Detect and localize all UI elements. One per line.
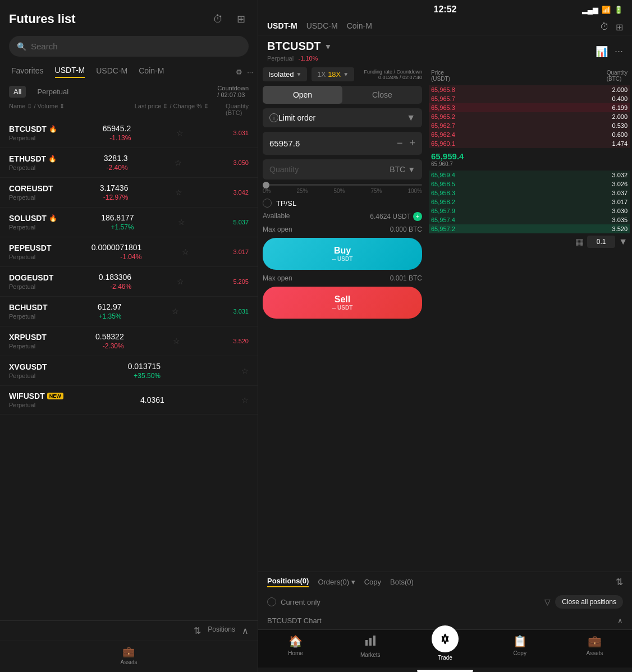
chart-icon[interactable]: 📊 (596, 45, 608, 58)
dropdown-arrow[interactable]: ▼ (324, 42, 332, 51)
tpsl-row[interactable]: TP/SL (263, 199, 422, 208)
star-icon[interactable]: ☆ (172, 307, 179, 316)
nav-trade[interactable]: Trade (407, 634, 482, 661)
tab-usdt-m[interactable]: USDT-M (55, 66, 85, 78)
close-tab[interactable]: Close (342, 86, 422, 104)
open-tab[interactable]: Open (263, 86, 342, 104)
slider-thumb[interactable] (263, 182, 269, 188)
qty-dropdown[interactable]: ▼ (407, 165, 415, 174)
clock-icon[interactable]: ⏱ (210, 11, 226, 27)
tpsl-checkbox[interactable] (263, 199, 272, 208)
trade-circle-button[interactable] (432, 625, 459, 652)
qty-input-small[interactable] (587, 236, 615, 248)
chevron-up-icon-chart[interactable]: ∧ (617, 616, 623, 625)
minus-button[interactable]: − (397, 137, 403, 149)
add-funds-button[interactable]: + (413, 212, 422, 221)
isolated-dropdown-arrow: ▼ (296, 71, 302, 77)
btm-tab-orders[interactable]: Orders(0) ▾ (318, 578, 355, 586)
qty-unit[interactable]: BTC ▼ (390, 165, 415, 174)
slider-labels: 0% 25% 50% 75% 100% (263, 188, 422, 194)
list-item[interactable]: XRPUSDT Perpetual 0.58322 -2.30% ☆ 3.520 (0, 326, 258, 356)
right-tab-usdc-m[interactable]: USDC-M (306, 21, 338, 33)
star-icon[interactable]: ☆ (182, 247, 189, 256)
transfer-icon-bottom[interactable]: ⇅ (616, 577, 623, 587)
right-tab-icons: ⏱ ⊞ (600, 22, 623, 33)
coin-list: BTCUSDT 🔥 Perpetual 65945.2 -1.13% ☆ 3.0… (0, 118, 258, 620)
order-type-dropdown[interactable]: ▼ (406, 113, 415, 123)
close-all-positions-button[interactable]: Close all positions (555, 595, 623, 609)
qty-dropdown-icon[interactable]: ▼ (619, 237, 628, 247)
plus-button[interactable]: + (409, 137, 415, 149)
list-item[interactable]: XVGUSDT Perpetual 0.013715 +35.50% ☆ (0, 356, 258, 386)
quantity-input[interactable]: Quantity BTC ▼ (263, 159, 422, 179)
list-item[interactable]: COREUSDT Perpetual 3.17436 -12.97% ☆ 3.0… (0, 178, 258, 208)
positions-text[interactable]: Positions (208, 625, 235, 636)
grid-layout-icon[interactable]: ▦ (575, 237, 584, 247)
sell-button[interactable]: Sell -- USDT (263, 287, 422, 319)
nav-assets[interactable]: 💼 Assets (120, 646, 137, 665)
ob-buy-row: 65,957.9 3.030 (429, 206, 630, 215)
btm-tab-positions[interactable]: Positions(0) (267, 577, 309, 587)
current-only-row: Current only ▽ Close all positions (258, 592, 632, 612)
list-item[interactable]: PEPEUSDT Perpetual 0.0000071801 -1.04% ☆… (0, 237, 258, 267)
grid-icon[interactable]: ⊞ (233, 11, 249, 27)
ob-sell-row-highlight: 65,965.3 6.199 (429, 103, 630, 112)
btm-tab-bots[interactable]: Bots(0) (390, 578, 414, 586)
leverage-button[interactable]: 1X 18X ▼ (312, 67, 354, 81)
settings-icon[interactable]: ⚙ (236, 68, 242, 76)
right-tab-usdt-m[interactable]: USDT-M (267, 21, 297, 33)
clock-icon-right[interactable]: ⏱ (600, 22, 609, 33)
current-only-checkbox[interactable] (267, 597, 276, 606)
search-bar[interactable]: 🔍 Search (9, 36, 249, 57)
list-item[interactable]: BCHUSDT Perpetual 612.97 +1.35% ☆ 3.031 (0, 297, 258, 326)
coin-info: BTCUSDT 🔥 Perpetual (9, 125, 57, 141)
star-icon[interactable]: ☆ (241, 395, 249, 404)
isolated-button[interactable]: Isolated ▼ (263, 67, 307, 81)
coin-info: XVGUSDT Perpetual (9, 362, 47, 379)
price-input[interactable]: 65957.6 − + (263, 132, 422, 155)
buy-button[interactable]: Buy -- USDT (263, 238, 422, 270)
star-icon[interactable]: ☆ (175, 188, 182, 197)
star-icon[interactable]: ☆ (178, 218, 185, 227)
list-item[interactable]: WIFUSDT NEW Perpetual 4.0361 ☆ (0, 386, 258, 415)
list-item[interactable]: BTCUSDT 🔥 Perpetual 65945.2 -1.13% ☆ 3.0… (0, 118, 258, 148)
nav-markets[interactable]: Markets (333, 634, 407, 661)
star-icon[interactable]: ☆ (177, 277, 184, 286)
slider: 0% 25% 50% 75% 100% (263, 184, 422, 194)
orderbook-panel: Price(USDT) Quantity(BTC) 65,965.8 2.000… (427, 67, 632, 572)
coin-info: BCHUSDT Perpetual (9, 303, 47, 320)
star-icon[interactable]: ☆ (241, 366, 249, 375)
order-type-row[interactable]: i Limit order ▼ (263, 108, 422, 127)
filter-all[interactable]: All (9, 86, 26, 98)
slider-track[interactable] (263, 184, 422, 186)
ob-buy-row: 65,958.3 3.037 (429, 188, 630, 197)
btm-tab-copy[interactable]: Copy (364, 578, 381, 586)
transfer-icon[interactable]: ⇅ (194, 625, 201, 636)
star-icon[interactable]: ☆ (176, 128, 184, 137)
nav-copy[interactable]: 📋 Copy (483, 634, 557, 661)
coin-name: PEPEUSDT (9, 243, 51, 252)
svg-rect-1 (369, 638, 372, 646)
more-icon[interactable]: ··· (247, 68, 253, 76)
right-tab-coin-m[interactable]: Coin-M (347, 21, 372, 33)
grid-icon-right[interactable]: ⊞ (616, 22, 623, 33)
nav-assets[interactable]: 💼 Assets (557, 634, 632, 661)
chevron-up-icon[interactable]: ∧ (242, 625, 249, 636)
list-item[interactable]: ETHUSDT 🔥 Perpetual 3281.3 -2.40% ☆ 3.05… (0, 148, 258, 178)
star-icon[interactable]: ☆ (175, 158, 182, 167)
info-icon[interactable]: i (269, 113, 278, 122)
tab-usdc-m[interactable]: USDC-M (96, 66, 127, 77)
nav-home[interactable]: 🏠 Home (258, 634, 333, 661)
fire-icon: 🔥 (49, 214, 57, 222)
tab-favorites[interactable]: Favorites (11, 66, 44, 77)
coin-info: ETHUSDT 🔥 Perpetual (9, 154, 57, 171)
filter-perpetual[interactable]: Perpetual (33, 86, 73, 98)
more-options-icon[interactable]: ··· (615, 45, 623, 58)
list-item[interactable]: DOGEUSDT Perpetual 0.183306 -2.46% ☆ 5.2… (0, 267, 258, 297)
filter-icon[interactable]: ▽ (544, 597, 551, 606)
coin-name: XRPUSDT (9, 333, 47, 342)
coin-name: DOGEUSDT (9, 273, 53, 282)
star-icon[interactable]: ☆ (173, 337, 180, 346)
tab-coin-m[interactable]: Coin-M (139, 66, 164, 77)
list-item[interactable]: SOLUSDT 🔥 Perpetual 186.8177 +1.57% ☆ 5.… (0, 208, 258, 237)
